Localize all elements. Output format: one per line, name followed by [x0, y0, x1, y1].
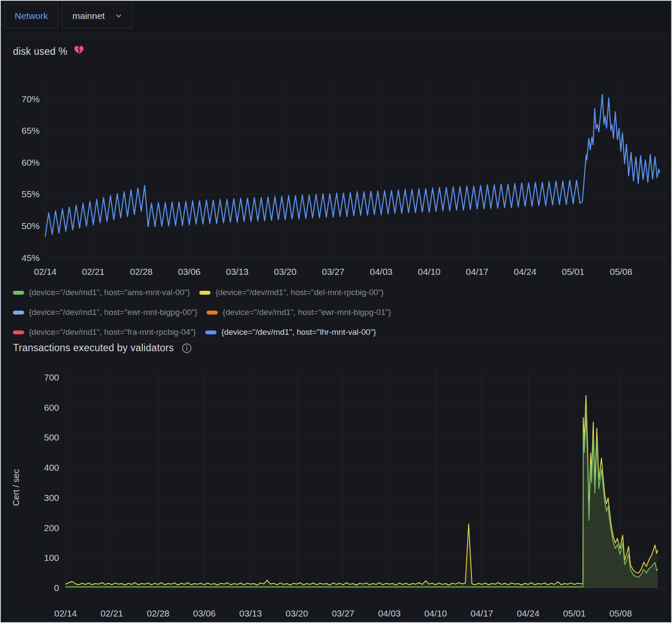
legend-label: {device="/dev/md1", host="ewr-mnt-bigpg-… [29, 308, 197, 317]
svg-text:600: 600 [44, 403, 59, 412]
legend: {device="/dev/md1", host="ams-mnt-val-00… [13, 283, 661, 342]
series-color-swatch [199, 291, 210, 295]
legend-label: {device="/dev/md1", host="lhr-mnt-val-00… [221, 327, 376, 337]
series-color-swatch [205, 330, 217, 334]
svg-text:400: 400 [44, 463, 59, 472]
svg-text:02/21: 02/21 [100, 608, 123, 618]
series-color-swatch [207, 311, 218, 315]
legend-item-ewr-mnt-bigpg-00[interactable]: {device="/dev/md1", host="ewr-mnt-bigpg-… [13, 308, 197, 317]
svg-text:03/13: 03/13 [239, 608, 262, 618]
panel-title-transactions[interactable]: Transactions executed by validators [13, 342, 192, 354]
legend-label: {device="/dev/md1", host="fra-mnt-rpcbig… [29, 327, 196, 337]
svg-text:100: 100 [44, 553, 59, 563]
svg-text:0: 0 [54, 583, 59, 593]
svg-text:04/17: 04/17 [471, 608, 493, 618]
legend-item-del-mnt-rpcbig-00[interactable]: {device="/dev/md1", host="del-mnt-rpcbig… [199, 288, 383, 297]
y-axis-title: Cert / sec [11, 444, 22, 531]
legend-item-fra-mnt-rpcbig-04[interactable]: {device="/dev/md1", host="fra-mnt-rpcbig… [13, 327, 196, 337]
svg-text:04/10: 04/10 [424, 608, 447, 618]
svg-text:03/27: 03/27 [332, 608, 355, 618]
panel-title-text: disk used % [13, 46, 67, 57]
svg-text:02/28: 02/28 [147, 608, 170, 618]
legend-row: {device="/dev/md1", host="ewr-mnt-bigpg-… [13, 302, 661, 322]
svg-text:04/03: 04/03 [378, 608, 401, 618]
svg-text:700: 700 [44, 372, 59, 382]
panel-title-disk-used[interactable]: disk used % [13, 44, 85, 58]
svg-text:02/14: 02/14 [54, 608, 77, 618]
series-color-swatch [13, 311, 24, 315]
series-color-swatch [13, 291, 24, 295]
dashboard: Network mainnet 02/1402/2102/2803/0603/1… [0, 0, 672, 623]
legend-label: {device="/dev/md1", host="del-mnt-rpcbig… [215, 288, 383, 297]
svg-text:05/01: 05/01 [563, 608, 586, 618]
series-color-swatch [13, 330, 24, 334]
legend-item-ewr-mnt-bigpg-01[interactable]: {device="/dev/md1", host="ewr-mnt-bigpg-… [207, 308, 391, 317]
svg-text:03/20: 03/20 [286, 608, 308, 618]
legend-label: {device="/dev/md1", host="ams-mnt-val-00… [29, 288, 190, 297]
svg-text:04/24: 04/24 [517, 608, 540, 618]
legend-label: {device="/dev/md1", host="ewr-mnt-bigpg-… [223, 308, 391, 317]
legend-row: {device="/dev/md1", host="fra-mnt-rpcbig… [13, 322, 661, 342]
legend-row: {device="/dev/md1", host="ams-mnt-val-00… [13, 283, 661, 302]
panel-title-text: Transactions executed by validators [13, 342, 174, 354]
broken-heart-icon [73, 44, 85, 58]
svg-text:05/08: 05/08 [609, 608, 632, 618]
svg-text:500: 500 [44, 432, 59, 442]
legend-item-lhr-mnt-val-00[interactable]: {device="/dev/md1", host="lhr-mnt-val-00… [205, 327, 376, 337]
svg-text:300: 300 [44, 493, 59, 503]
info-icon[interactable] [182, 343, 192, 353]
svg-text:200: 200 [44, 523, 59, 533]
svg-text:03/06: 03/06 [193, 608, 216, 618]
legend-item-ams-mnt-val-00[interactable]: {device="/dev/md1", host="ams-mnt-val-00… [13, 288, 190, 297]
